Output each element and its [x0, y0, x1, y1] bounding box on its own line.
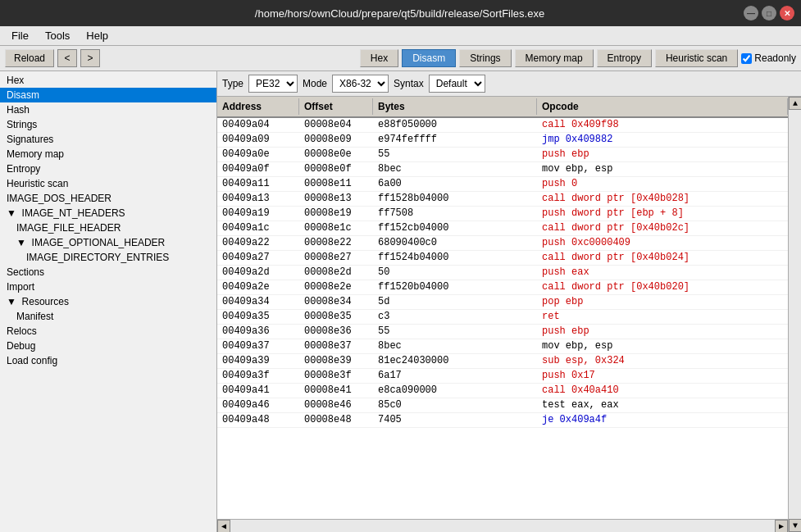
main-area: Hex Disasm Hash Strings Signatures Memor…	[0, 71, 801, 532]
cell-opcode: mov ebp, esp	[537, 339, 788, 353]
vertical-scrollbar[interactable]: ▲ ▼	[788, 97, 801, 532]
table-row[interactable]: 00409a0400008e04e88f050000call 0x409f98	[217, 118, 788, 133]
tab-heuristic-scan[interactable]: Heuristic scan	[655, 49, 738, 67]
tab-entropy[interactable]: Entropy	[597, 49, 652, 67]
sidebar-item-file-header[interactable]: IMAGE_FILE_HEADER	[0, 221, 216, 235]
tab-memory-map[interactable]: Memory map	[515, 49, 594, 67]
header-opcode: Opcode	[537, 98, 788, 115]
table-row[interactable]: 00409a0e00008e0e55push ebp	[217, 148, 788, 162]
sidebar-item-disasm[interactable]: Disasm	[0, 88, 216, 102]
menu-file[interactable]: File	[3, 28, 37, 43]
table-row[interactable]: 00409a3400008e345dpop ebp	[217, 295, 788, 310]
sidebar-list: Hex Disasm Hash Strings Signatures Memor…	[0, 71, 216, 370]
cell-opcode: sub esp, 0x324	[537, 354, 788, 368]
table-row[interactable]: 00409a3f00008e3f6a17push 0x17	[217, 369, 788, 384]
menu-tools[interactable]: Tools	[37, 28, 78, 43]
cell-address: 00409a09	[217, 133, 299, 147]
sidebar-item-signatures[interactable]: Signatures	[0, 132, 216, 147]
readonly-checkbox[interactable]	[741, 53, 752, 64]
reload-button[interactable]: Reload	[5, 49, 54, 67]
maximize-button[interactable]: □	[762, 6, 776, 20]
toolbar-right: Hex Disasm Strings Memory map Entropy He…	[360, 49, 796, 67]
sidebar-item-resources[interactable]: ▼ Resources	[0, 294, 216, 309]
sidebar-item-memory-map[interactable]: Memory map	[0, 147, 216, 161]
table-row[interactable]: 00409a0f00008e0f8becmov ebp, esp	[217, 162, 788, 177]
cell-address: 00409a04	[217, 118, 299, 132]
sidebar-item-strings[interactable]: Strings	[0, 117, 216, 132]
cell-opcode: push 0	[537, 177, 788, 191]
sidebar-item-manifest[interactable]: Manifest	[0, 309, 216, 324]
sidebar-item-nt-headers[interactable]: ▼ IMAGE_NT_HEADERS	[0, 206, 216, 221]
cell-offset: 00008e37	[299, 339, 373, 353]
cell-opcode: call dword ptr [0x40b024]	[537, 251, 788, 265]
scroll-left-arrow[interactable]: ◀	[217, 520, 230, 533]
cell-opcode: ret	[537, 310, 788, 324]
scroll-track-h[interactable]	[230, 520, 775, 532]
table-row[interactable]: 00409a4100008e41e8ca090000call 0x40a410	[217, 384, 788, 398]
table-row[interactable]: 00409a2d00008e2d50push eax	[217, 266, 788, 280]
cell-bytes: e974feffff	[373, 133, 537, 147]
sidebar-item-heuristic-scan[interactable]: Heuristic scan	[0, 176, 216, 191]
table-row[interactable]: 00409a1900008e19ff7508push dword ptr [eb…	[217, 207, 788, 221]
forward-button[interactable]: >	[80, 49, 100, 67]
title-bar: /home/hors/ownCloud/prepare/qt5/build/re…	[0, 0, 801, 26]
cell-bytes: e8ca090000	[373, 384, 537, 398]
cell-offset: 00008e0f	[299, 162, 373, 176]
sidebar-item-load-config[interactable]: Load config	[0, 353, 216, 368]
cell-bytes: 50	[373, 266, 537, 280]
table-row[interactable]: 00409a3500008e35c3ret	[217, 310, 788, 325]
syntax-select[interactable]: Default	[429, 75, 485, 93]
table-row[interactable]: 00409a1c00008e1cff152cb04000call dword p…	[217, 221, 788, 236]
content-area: Address Offset Bytes Opcode 00409a040000…	[217, 97, 788, 532]
mode-select[interactable]: X86-32	[332, 75, 389, 93]
cell-opcode: push 0x17	[537, 369, 788, 383]
table-row[interactable]: 00409a3900008e3981ec24030000sub esp, 0x3…	[217, 354, 788, 369]
type-select[interactable]: PE32	[248, 75, 298, 93]
table-row[interactable]: 00409a4600008e4685c0test eax, eax	[217, 398, 788, 413]
sidebar-item-directory-entries[interactable]: IMAGE_DIRECTORY_ENTRIES	[0, 250, 216, 265]
table-row[interactable]: 00409a2200008e2268090400c0push 0xc000040…	[217, 236, 788, 251]
cell-opcode: push dword ptr [ebp + 8]	[537, 207, 788, 221]
scroll-track-v[interactable]	[789, 110, 801, 519]
back-button[interactable]: <	[57, 49, 77, 67]
tab-strings[interactable]: Strings	[459, 49, 511, 67]
sidebar-item-hex[interactable]: Hex	[0, 73, 216, 88]
cell-address: 00409a36	[217, 325, 299, 339]
table-row[interactable]: 00409a0900008e09e974feffffjmp 0x409882	[217, 133, 788, 148]
sidebar-item-dos-header[interactable]: IMAGE_DOS_HEADER	[0, 191, 216, 206]
table-body[interactable]: 00409a0400008e04e88f050000call 0x409f980…	[217, 118, 788, 519]
scroll-down-arrow[interactable]: ▼	[789, 519, 801, 532]
table-row[interactable]: 00409a1100008e116a00push 0	[217, 177, 788, 192]
table-row[interactable]: 00409a2700008e27ff1524b04000call dword p…	[217, 251, 788, 266]
cell-address: 00409a37	[217, 339, 299, 353]
cell-address: 00409a19	[217, 207, 299, 221]
tab-hex[interactable]: Hex	[360, 49, 398, 67]
close-button[interactable]: ✕	[780, 6, 794, 20]
table-row[interactable]: 00409a3600008e3655push ebp	[217, 325, 788, 339]
cell-address: 00409a34	[217, 295, 299, 309]
horizontal-scrollbar[interactable]: ◀ ▶	[217, 519, 788, 532]
table-row[interactable]: 00409a1300008e13ff1528b04000call dword p…	[217, 192, 788, 207]
table-row[interactable]: 00409a4800008e487405je 0x409a4f	[217, 413, 788, 428]
readonly-label[interactable]: Readonly	[741, 52, 796, 64]
sidebar-item-relocs[interactable]: Relocs	[0, 324, 216, 339]
minimize-button[interactable]: —	[744, 6, 758, 20]
tab-disasm[interactable]: Disasm	[402, 49, 456, 67]
cell-bytes: ff1528b04000	[373, 192, 537, 206]
sidebar-item-import[interactable]: Import	[0, 280, 216, 294]
cell-bytes: 8bec	[373, 162, 537, 176]
scroll-up-arrow[interactable]: ▲	[789, 97, 801, 110]
table-row[interactable]: 00409a3700008e378becmov ebp, esp	[217, 339, 788, 354]
sidebar-item-optional-header[interactable]: ▼ IMAGE_OPTIONAL_HEADER	[0, 235, 216, 250]
window-controls[interactable]: — □ ✕	[744, 6, 794, 20]
scroll-right-arrow[interactable]: ▶	[775, 520, 788, 533]
sidebar-item-entropy[interactable]: Entropy	[0, 161, 216, 176]
sidebar-item-hash[interactable]: Hash	[0, 102, 216, 117]
table-row[interactable]: 00409a2e00008e2eff1520b04000call dword p…	[217, 280, 788, 295]
cell-bytes: e88f050000	[373, 118, 537, 132]
menu-help[interactable]: Help	[78, 28, 116, 43]
header-offset: Offset	[299, 98, 373, 115]
sidebar-item-debug[interactable]: Debug	[0, 339, 216, 353]
cell-offset: 00008e13	[299, 192, 373, 206]
sidebar-item-sections[interactable]: Sections	[0, 265, 216, 280]
